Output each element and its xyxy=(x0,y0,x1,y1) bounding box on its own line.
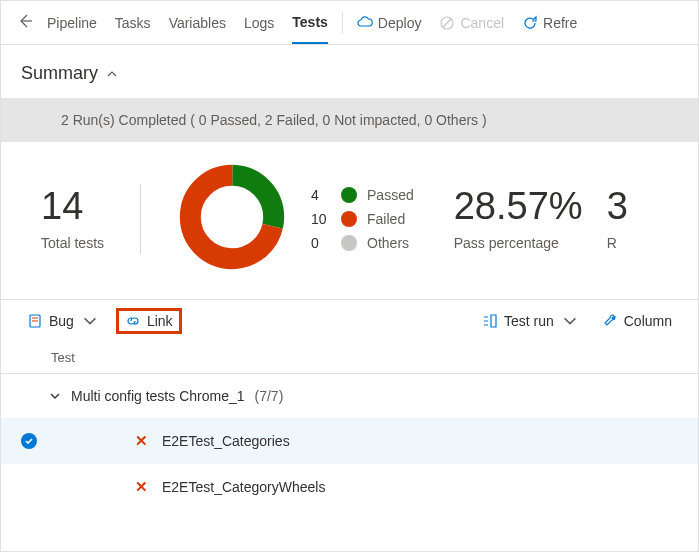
extra-metric: 3 R xyxy=(607,187,628,251)
refresh-label: Refre xyxy=(543,15,577,31)
test-name: E2ETest_Categories xyxy=(162,433,290,449)
link-button[interactable]: Link xyxy=(116,308,182,334)
divider xyxy=(140,184,141,254)
nav-tabs: Pipeline Tasks Variables Logs Tests xyxy=(47,1,328,44)
test-name: E2ETest_CategoryWheels xyxy=(162,479,325,495)
extra-number: 3 xyxy=(607,187,628,225)
tab-tasks[interactable]: Tasks xyxy=(115,1,151,44)
tab-logs[interactable]: Logs xyxy=(244,1,274,44)
cancel-button: Cancel xyxy=(439,15,504,31)
status-bar: 2 Run(s) Completed ( 0 Passed, 2 Failed,… xyxy=(1,98,698,142)
tab-tests[interactable]: Tests xyxy=(292,1,328,44)
check-icon xyxy=(21,433,37,449)
total-tests: 14 Total tests xyxy=(41,187,104,251)
divider xyxy=(342,12,343,34)
summary-title: Summary xyxy=(21,63,98,84)
donut-chart xyxy=(177,162,287,275)
wrench-icon xyxy=(602,313,618,329)
results-toolbar: Bug Link Test run Column xyxy=(1,299,698,342)
pass-percentage: 28.57% Pass percentage xyxy=(454,187,583,251)
fail-icon: ✕ xyxy=(135,432,148,450)
metrics-panel: 14 Total tests 4 Passed 10 Failed 0 Othe… xyxy=(1,142,698,299)
top-nav: Pipeline Tasks Variables Logs Tests Depl… xyxy=(1,1,698,45)
deploy-label: Deploy xyxy=(378,15,422,31)
total-number: 14 xyxy=(41,187,104,225)
refresh-icon xyxy=(522,15,538,31)
chevron-up-icon xyxy=(106,68,118,80)
group-icon xyxy=(482,313,498,329)
cancel-label: Cancel xyxy=(460,15,504,31)
dot-icon xyxy=(341,211,357,227)
group-name: Multi config tests Chrome_1 xyxy=(71,388,245,404)
group-count: (7/7) xyxy=(255,388,284,404)
legend-failed: 10 Failed xyxy=(311,211,414,227)
test-group[interactable]: Multi config tests Chrome_1 (7/7) xyxy=(1,374,698,418)
chart-legend: 4 Passed 10 Failed 0 Others xyxy=(311,187,414,251)
test-row[interactable]: ✕ E2ETest_CategoryWheels xyxy=(1,464,698,510)
nav-actions: Deploy Cancel Refre xyxy=(357,15,577,31)
cancel-icon xyxy=(439,15,455,31)
testrun-button[interactable]: Test run xyxy=(476,309,584,333)
pass-number: 28.57% xyxy=(454,187,583,225)
extra-label: R xyxy=(607,235,628,251)
deploy-button[interactable]: Deploy xyxy=(357,15,422,31)
legend-others: 0 Others xyxy=(311,235,414,251)
dot-icon xyxy=(341,235,357,251)
test-row[interactable]: ✕ E2ETest_Categories xyxy=(1,418,698,464)
back-arrow-icon[interactable] xyxy=(9,13,41,32)
tab-pipeline[interactable]: Pipeline xyxy=(47,1,97,44)
cloud-icon xyxy=(357,15,373,31)
chevron-down-icon xyxy=(82,313,98,329)
legend-passed: 4 Passed xyxy=(311,187,414,203)
bug-button[interactable]: Bug xyxy=(21,309,104,333)
chevron-down-icon xyxy=(562,313,578,329)
tab-variables[interactable]: Variables xyxy=(169,1,226,44)
fail-icon: ✕ xyxy=(135,478,148,496)
refresh-button[interactable]: Refre xyxy=(522,15,577,31)
bug-icon xyxy=(27,313,43,329)
link-icon xyxy=(125,313,141,329)
table-header: Test xyxy=(1,342,698,374)
chevron-down-icon xyxy=(49,390,61,402)
column-button[interactable]: Column xyxy=(596,309,678,333)
total-label: Total tests xyxy=(41,235,104,251)
dot-icon xyxy=(341,187,357,203)
summary-toggle[interactable]: Summary xyxy=(1,45,698,98)
pass-label: Pass percentage xyxy=(454,235,583,251)
